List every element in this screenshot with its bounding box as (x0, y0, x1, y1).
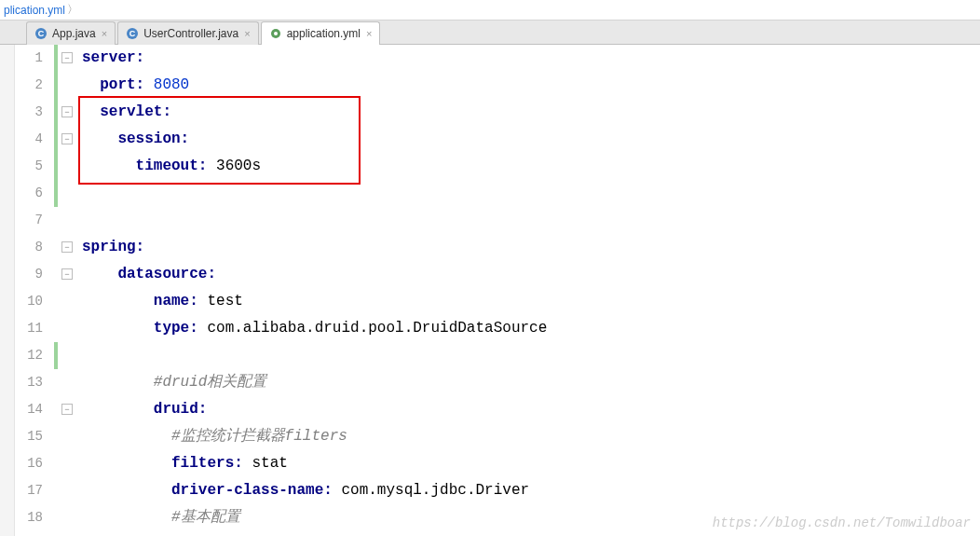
code-line[interactable]: spring: (82, 234, 980, 261)
line-number: 9 (15, 261, 43, 288)
editor-tab[interactable]: CApp.java× (26, 21, 116, 45)
line-number: 4 (15, 126, 43, 153)
code-line[interactable] (82, 342, 980, 369)
gutter-strip (0, 45, 15, 536)
svg-text:C: C (129, 29, 136, 38)
breadcrumb-item[interactable]: plication.yml (4, 4, 65, 17)
code-line[interactable]: #监控统计拦截器filters (82, 423, 980, 450)
line-number: 17 (15, 477, 43, 504)
line-number: 13 (15, 369, 43, 396)
fold-gutter: −−−−−− (58, 45, 82, 536)
line-number: 8 (15, 234, 43, 261)
yml-file-icon (269, 27, 282, 40)
fold-toggle-icon[interactable]: − (61, 106, 73, 117)
chevron-right-icon: 〉 (67, 2, 78, 18)
code-line[interactable]: driver-class-name: com.mysql.jdbc.Driver (82, 477, 980, 504)
code-content[interactable]: server: port: 8080 servlet: session: tim… (82, 45, 980, 536)
tab-label: App.java (52, 27, 96, 40)
close-icon[interactable]: × (102, 28, 107, 39)
java-file-icon: C (126, 27, 139, 40)
line-number: 5 (15, 153, 43, 180)
code-line[interactable] (82, 180, 980, 207)
fold-toggle-icon[interactable]: − (61, 133, 73, 144)
line-number-gutter: 123456789101112131415161718 (15, 45, 52, 536)
svg-point-5 (274, 32, 278, 35)
code-line[interactable]: port: 8080 (82, 72, 980, 99)
line-number: 6 (15, 180, 43, 207)
code-line[interactable] (82, 207, 980, 234)
tab-label: UserController.java (143, 27, 238, 40)
editor-area[interactable]: 123456789101112131415161718 −−−−−− serve… (0, 45, 980, 536)
fold-toggle-icon[interactable]: − (61, 404, 73, 415)
line-number: 12 (15, 342, 43, 369)
fold-toggle-icon[interactable]: − (61, 268, 73, 280)
code-line[interactable]: datasource: (82, 261, 980, 288)
editor-tab-bar: CApp.java×CUserController.java×applicati… (0, 21, 980, 45)
editor-tab[interactable]: CUserController.java× (117, 21, 258, 45)
svg-text:C: C (38, 29, 45, 38)
fold-toggle-icon[interactable]: − (61, 241, 73, 253)
close-icon[interactable]: × (366, 28, 372, 39)
code-line[interactable]: filters: stat (82, 450, 980, 477)
line-number: 7 (15, 207, 43, 234)
editor-tab[interactable]: application.yml× (261, 21, 381, 45)
line-number: 10 (15, 288, 43, 315)
code-line[interactable]: name: test (82, 288, 980, 315)
tab-label: application.yml (287, 27, 361, 40)
code-line[interactable]: #druid相关配置 (82, 369, 980, 396)
line-number: 18 (15, 504, 43, 531)
line-number: 1 (15, 45, 43, 72)
line-number: 2 (15, 72, 43, 99)
java-file-icon: C (34, 27, 48, 40)
close-icon[interactable]: × (244, 28, 250, 39)
code-line[interactable]: timeout: 3600s (82, 153, 980, 180)
code-line[interactable]: servlet: (82, 99, 980, 126)
breadcrumb[interactable]: plication.yml 〉 (0, 0, 980, 21)
code-line[interactable]: druid: (82, 396, 980, 423)
line-number: 14 (15, 396, 43, 423)
line-number: 3 (15, 99, 43, 126)
watermark: https://blog.csdn.net/Tomwildboar (713, 515, 971, 530)
line-number: 15 (15, 423, 43, 450)
code-line[interactable]: session: (82, 126, 980, 153)
code-line[interactable]: server: (82, 45, 980, 72)
line-number: 11 (15, 315, 43, 342)
fold-toggle-icon[interactable]: − (61, 52, 73, 63)
code-line[interactable]: type: com.alibaba.druid.pool.DruidDataSo… (82, 315, 980, 342)
line-number: 16 (15, 450, 43, 477)
